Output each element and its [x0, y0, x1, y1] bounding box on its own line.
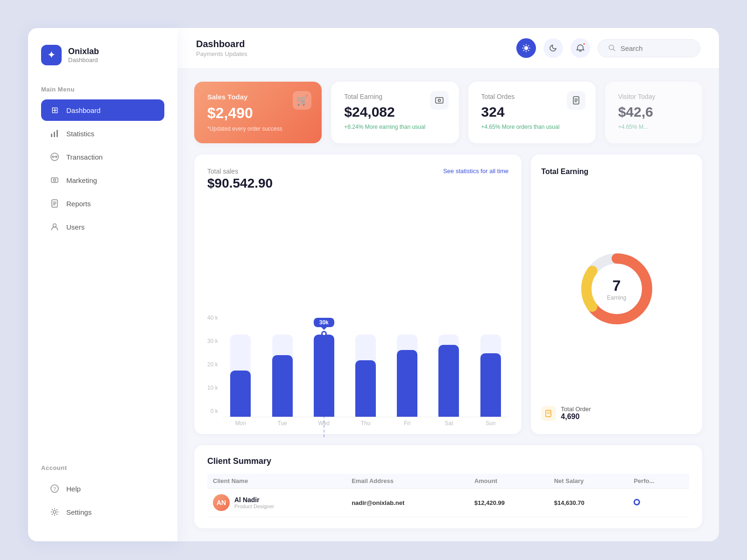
col-net-salary: Net Salary [549, 474, 628, 489]
svg-rect-4 [51, 178, 58, 182]
col-amount: Amount [469, 474, 549, 489]
settings-icon [49, 507, 60, 517]
bar-group [431, 314, 467, 417]
bar-group [347, 314, 383, 417]
orders-icon [567, 91, 585, 110]
sidebar-item-label: Settings [66, 508, 92, 516]
statistics-icon [49, 128, 60, 139]
logo-name: Onixlab [68, 47, 99, 56]
sidebar-item-marketing[interactable]: Marketing [41, 169, 164, 191]
sidebar-item-dashboard[interactable]: ⊞ Dashboard [41, 99, 164, 121]
performance-dot [634, 499, 640, 505]
help-icon: ? [49, 483, 60, 494]
col-client-name: Client Name [207, 474, 346, 489]
logo-sub: Dashboard [68, 56, 99, 63]
client-email: nadir@onixlab.net [346, 489, 469, 517]
main-content: Dashboard Payments Updates [177, 28, 719, 541]
bar-group [264, 314, 300, 417]
bars-area: 30k Mon Tue Wed Thu Fri Sat Sun [223, 305, 509, 427]
sidebar-item-settings[interactable]: Settings [41, 501, 164, 523]
svg-rect-2 [56, 130, 58, 137]
bottom-row: Client Summary Client Name Email Address… [194, 445, 702, 528]
client-summary-card: Client Summary Client Name Email Address… [194, 445, 702, 528]
visitor-today-label: Visitor Today [618, 93, 689, 100]
visitor-today-value: $42,6 [618, 104, 689, 120]
donut-center-label: Earning [607, 294, 626, 301]
bar-fill [397, 350, 417, 417]
donut-title: Total Earning [541, 168, 692, 176]
svg-point-17 [438, 99, 440, 102]
bar-fill [438, 345, 459, 417]
sidebar-item-transaction[interactable]: Transaction [41, 146, 164, 168]
bar-group: 30k [306, 314, 342, 417]
bar-fill [230, 371, 251, 417]
donut-stat-label: Total Order [561, 406, 591, 413]
sun-toggle-button[interactable] [516, 38, 536, 58]
svg-rect-1 [54, 132, 55, 137]
bar-group [472, 314, 508, 417]
chart-link[interactable]: See statistics for all time [443, 168, 508, 175]
bar-background [480, 335, 501, 417]
main-menu-label: Main Menu [41, 86, 164, 93]
order-stat-icon [541, 406, 556, 421]
sidebar-item-users[interactable]: Users [41, 216, 164, 238]
sidebar-logo: ✦ Onixlab Dashboard [41, 45, 164, 65]
sidebar-item-help[interactable]: ? Help [41, 478, 164, 499]
y-axis: 40 k 30 k 20 k 10 k 0 k [207, 315, 218, 427]
svg-rect-0 [51, 133, 52, 137]
sidebar-item-label: Transaction [66, 153, 103, 161]
svg-point-13 [53, 511, 56, 513]
sidebar-item-label: Dashboard [66, 106, 100, 114]
sidebar-item-label: Users [66, 223, 85, 231]
notification-dot [582, 42, 586, 46]
client-net-salary: $14,630.70 [549, 489, 628, 517]
donut-center-value: 7 [607, 277, 626, 294]
stat-card-total-earning: Total Earning $24,082 +8.24% More earnin… [331, 82, 458, 143]
svg-point-5 [54, 179, 56, 182]
sales-today-sub: *Updated every order success [207, 126, 309, 132]
notification-button[interactable] [571, 38, 590, 58]
svg-text:?: ? [53, 486, 56, 492]
donut-stats: Total Order 4,690 [541, 406, 692, 421]
bar-group [223, 314, 259, 417]
bar-dot [321, 331, 327, 336]
bar-chart: 40 k 30 k 20 k 10 k 0 k 30k Mon [207, 197, 508, 427]
total-orders-sub: +4.65% More orders than usual [481, 124, 583, 130]
sidebar-item-statistics[interactable]: Statistics [41, 123, 164, 144]
app-container: ✦ Onixlab Dashboard Main Menu ⊞ Dashboar… [28, 28, 719, 541]
content-area: 🛒 Sales Today $2,490 *Updated every orde… [177, 69, 719, 541]
moon-toggle-button[interactable] [543, 38, 563, 58]
bar-group [389, 314, 425, 417]
bar-chart-card: Total sales $90.542.90 See statistics fo… [194, 154, 521, 434]
stats-row: 🛒 Sales Today $2,490 *Updated every orde… [194, 82, 702, 143]
x-labels: Mon Tue Wed Thu Fri Sat Sun [223, 420, 509, 427]
marketing-icon [49, 175, 60, 185]
dashboard-icon: ⊞ [49, 105, 60, 115]
donut-stat-item: Total Order 4,690 [541, 406, 692, 421]
stat-card-total-orders: Total Ordes 324 +4.65% More orders than … [468, 82, 596, 143]
bar-fill [480, 353, 501, 417]
sidebar-item-label: Marketing [66, 176, 97, 184]
donut-center: 7 Earning [607, 277, 626, 301]
client-table: Client Name Email Address Amount Net Sal… [207, 474, 689, 517]
bar-background: 30k [314, 335, 334, 417]
sales-icon: 🛒 [293, 91, 311, 110]
users-icon [49, 222, 60, 232]
search-input[interactable] [620, 44, 686, 52]
client-name: Al Nadir [234, 496, 274, 504]
table-title: Client Summary [207, 456, 689, 466]
sidebar-item-reports[interactable]: Reports [41, 193, 164, 214]
stat-card-visitor-today: Visitor Today $42,6 +4.65% M... [605, 82, 702, 143]
svg-rect-16 [436, 98, 443, 103]
logo-icon: ✦ [41, 45, 62, 65]
avatar: AN [213, 494, 230, 511]
donut-card: Total Earning 7 Earning [531, 154, 702, 434]
sidebar-item-label: Help [66, 485, 81, 493]
sidebar: ✦ Onixlab Dashboard Main Menu ⊞ Dashboar… [28, 28, 177, 541]
sidebar-item-label: Statistics [66, 130, 94, 138]
bar-background [397, 335, 417, 417]
transaction-icon [49, 152, 60, 162]
visitor-today-sub: +4.65% M... [618, 124, 689, 130]
search-box [598, 39, 700, 57]
bar-fill [355, 360, 376, 417]
